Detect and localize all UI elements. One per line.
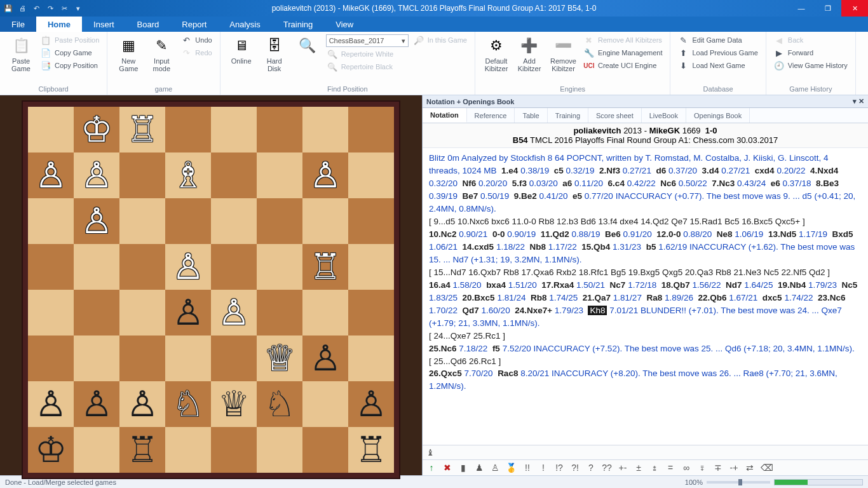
annot-!![interactable]: !!	[522, 463, 532, 473]
tab-analysis[interactable]: Analysis	[218, 17, 271, 32]
square[interactable]	[119, 244, 165, 290]
minimize-button[interactable]: —	[788, 0, 815, 17]
qat-undo-icon[interactable]: ↶	[32, 4, 41, 13]
black-p-piece[interactable]: ♙	[309, 341, 341, 376]
annot-??[interactable]: ??	[602, 463, 612, 473]
subtab-training[interactable]: Training	[548, 108, 588, 123]
square[interactable]	[74, 427, 119, 473]
black-p-piece[interactable]: ♙	[126, 386, 158, 422]
square[interactable]: ♙	[28, 381, 74, 427]
square[interactable]: ♖	[348, 427, 394, 473]
square[interactable]	[257, 198, 302, 244]
square[interactable]	[348, 152, 394, 198]
zoom-slider[interactable]	[707, 481, 770, 484]
square[interactable]: ♕	[211, 381, 257, 427]
square[interactable]	[348, 198, 394, 244]
square[interactable]: ♙	[165, 244, 211, 290]
edit-game-data-button[interactable]: ✎Edit Game Data	[677, 34, 759, 46]
annot--+[interactable]: -+	[729, 463, 739, 473]
white-b-piece[interactable]: ♗	[172, 158, 204, 193]
qat-redo-icon[interactable]: ↷	[46, 4, 55, 13]
square[interactable]: ♔	[74, 107, 119, 152]
subtab-openings-book[interactable]: Openings Book	[686, 108, 750, 123]
engine-management-button[interactable]: 🔧Engine Management	[583, 47, 664, 58]
square[interactable]	[165, 107, 211, 152]
square[interactable]	[28, 198, 74, 244]
pawn-black-icon[interactable]: ♟	[474, 463, 484, 473]
square[interactable]	[302, 290, 348, 336]
square[interactable]	[302, 198, 348, 244]
square[interactable]	[211, 244, 257, 290]
copy-position-button[interactable]: 📑Copy Position	[39, 60, 100, 71]
square[interactable]	[28, 290, 74, 336]
square[interactable]: ♖	[119, 107, 165, 152]
black-r-piece[interactable]: ♖	[126, 432, 158, 468]
notation-body[interactable]: Blitz 0m Analyzed by Stockfish 8 64 POPC…	[423, 148, 868, 445]
annot-∓[interactable]: ∓	[713, 463, 723, 473]
white-r-piece[interactable]: ♖	[309, 249, 341, 285]
square[interactable]	[165, 336, 211, 381]
square[interactable]: ♙	[165, 290, 211, 336]
subtab-livebook[interactable]: LiveBook	[642, 108, 686, 123]
square[interactable]: ♙	[74, 198, 119, 244]
piece-palette[interactable]: ♝	[423, 445, 868, 459]
delete-icon[interactable]: ✖	[442, 463, 452, 473]
square[interactable]	[119, 336, 165, 381]
square[interactable]	[119, 198, 165, 244]
square[interactable]	[211, 198, 257, 244]
white-p-piece[interactable]: ♙	[172, 249, 204, 285]
pane-close-icon[interactable]: ✕	[858, 97, 864, 105]
square[interactable]	[348, 290, 394, 336]
find-lens-button[interactable]: 🔍	[293, 34, 322, 66]
annot-?[interactable]: ?	[586, 463, 596, 473]
black-p-piece[interactable]: ♙	[172, 295, 204, 330]
qat-dropdown-icon[interactable]: ▾	[74, 4, 83, 13]
square[interactable]	[302, 107, 348, 152]
tab-home[interactable]: Home	[36, 17, 82, 32]
square[interactable]: ♔	[28, 427, 74, 473]
annot-⇄[interactable]: ⇄	[745, 463, 755, 473]
square[interactable]	[165, 427, 211, 473]
tab-view[interactable]: View	[324, 17, 365, 32]
annot-⩱[interactable]: ⩱	[697, 463, 707, 473]
square[interactable]: ♙	[119, 381, 165, 427]
chess-board[interactable]: ♔♖♙♙♗♙♙♙♖♙♙♕♙♙♙♙♘♕♘♙♔♖♖	[28, 107, 394, 473]
tab-report[interactable]: Report	[170, 17, 218, 32]
square[interactable]	[257, 152, 302, 198]
white-p-piece[interactable]: ♙	[81, 203, 112, 239]
online-button[interactable]: 🖥Online	[227, 34, 256, 66]
subtab-score-sheet[interactable]: Score sheet	[588, 108, 642, 123]
tab-insert[interactable]: Insert	[82, 17, 126, 32]
subtab-notation[interactable]: Notation	[423, 108, 467, 123]
black-p-piece[interactable]: ♙	[81, 386, 112, 422]
white-p-piece[interactable]: ♙	[81, 158, 112, 193]
square[interactable]: ♕	[257, 336, 302, 381]
square[interactable]	[28, 244, 74, 290]
square[interactable]: ♙	[211, 290, 257, 336]
square[interactable]: ♗	[165, 152, 211, 198]
tab-board[interactable]: Board	[126, 17, 171, 32]
square[interactable]: ♙	[74, 152, 119, 198]
square[interactable]: ♙	[302, 152, 348, 198]
black-k-piece[interactable]: ♔	[35, 432, 67, 468]
square[interactable]	[302, 381, 348, 427]
input-mode-button[interactable]: ✎Inputmode	[147, 34, 176, 74]
white-n-piece[interactable]: ♘	[172, 386, 204, 422]
white-k-piece[interactable]: ♔	[81, 112, 112, 147]
white-r-piece[interactable]: ♖	[126, 112, 158, 147]
white-p-piece[interactable]: ♙	[218, 295, 250, 330]
square[interactable]	[348, 244, 394, 290]
history-forward-button[interactable]: ▶Forward	[773, 47, 849, 58]
square[interactable]	[348, 336, 394, 381]
default-kibitzer-button[interactable]: ⚙DefaultKibitzer	[482, 34, 511, 74]
square[interactable]	[74, 336, 119, 381]
annot-?![interactable]: ?!	[570, 463, 580, 473]
load-next-game-button[interactable]: ⬇Load Next Game	[677, 60, 759, 71]
white-p-piece[interactable]: ♙	[35, 158, 67, 193]
square[interactable]	[257, 244, 302, 290]
square[interactable]: ♖	[119, 427, 165, 473]
black-r-piece[interactable]: ♖	[355, 432, 387, 468]
maximize-button[interactable]: ❐	[815, 0, 841, 17]
square[interactable]	[74, 290, 119, 336]
square[interactable]	[257, 107, 302, 152]
